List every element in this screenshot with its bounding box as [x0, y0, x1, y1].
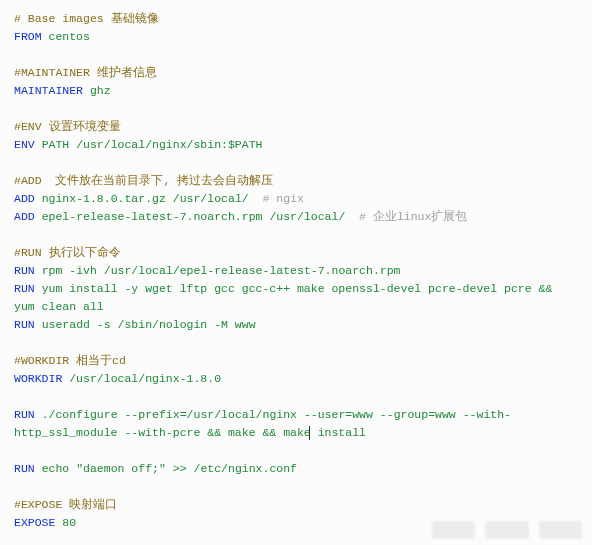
blank-line [14, 46, 578, 64]
maintainer-line: MAINTAINER ghz [14, 82, 578, 100]
run-line-2: RUN yum install -y wget lftp gcc gcc-c++… [14, 280, 578, 316]
dockerfile-code-block: # Base images 基础镜像 FROM centos #MAINTAIN… [0, 0, 592, 545]
run-line-3: RUN useradd -s /sbin/nologin -M www [14, 316, 578, 334]
env-line: ENV PATH /usr/local/nginx/sbin:$PATH [14, 136, 578, 154]
comment-env: #ENV 设置环境变量 [14, 118, 578, 136]
footer-smudge [432, 521, 582, 539]
add-line-2: ADD epel-release-latest-7.noarch.rpm /us… [14, 208, 578, 226]
run-line-1: RUN rpm -ivh /usr/local/epel-release-lat… [14, 262, 578, 280]
comment-expose: #EXPOSE 映射端口 [14, 496, 578, 514]
blank-line [14, 100, 578, 118]
blank-line [14, 154, 578, 172]
add-line-1: ADD nginx-1.8.0.tar.gz /usr/local/ # ngi… [14, 190, 578, 208]
workdir-line: WORKDIR /usr/local/nginx-1.8.0 [14, 370, 578, 388]
text-cursor-area: make [283, 424, 311, 442]
comment-run: #RUN 执行以下命令 [14, 244, 578, 262]
blank-line [14, 478, 578, 496]
blank-line [14, 334, 578, 352]
comment-workdir: #WORKDIR 相当于cd [14, 352, 578, 370]
blank-line [14, 226, 578, 244]
comment-base-images: # Base images 基础镜像 [14, 10, 578, 28]
run-configure: RUN ./configure --prefix=/usr/local/ngin… [14, 406, 578, 442]
from-line: FROM centos [14, 28, 578, 46]
comment-maintainer: #MAINTAINER 维护者信息 [14, 64, 578, 82]
run-echo: RUN echo "daemon off;" >> /etc/nginx.con… [14, 460, 578, 478]
comment-add: #ADD 文件放在当前目录下, 拷过去会自动解压 [14, 172, 578, 190]
blank-line [14, 388, 578, 406]
blank-line [14, 442, 578, 460]
